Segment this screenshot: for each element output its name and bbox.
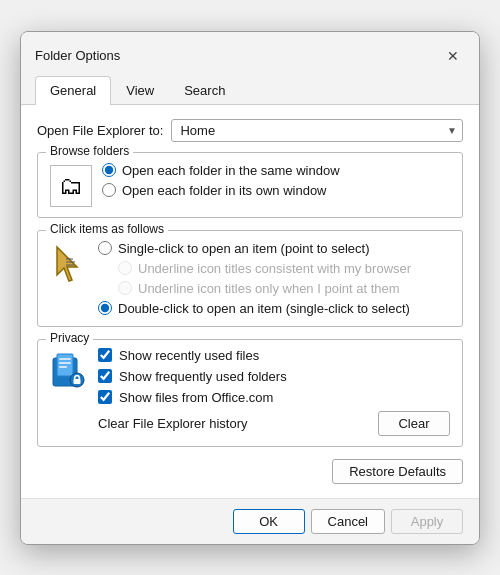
ok-button[interactable]: OK: [233, 509, 305, 534]
radio-single-click-label: Single-click to open an item (point to s…: [118, 241, 369, 256]
folder-icon: 🗂: [59, 172, 83, 200]
checkbox-recently-used-label: Show recently used files: [119, 348, 259, 363]
tabs-bar: General View Search: [21, 76, 479, 105]
cancel-button[interactable]: Cancel: [311, 509, 385, 534]
bottom-bar: OK Cancel Apply: [21, 498, 479, 544]
open-explorer-select-wrapper: Home This PC Quick access ▼: [171, 119, 463, 142]
browse-folders-label: Browse folders: [46, 144, 133, 158]
radio-same-window-label: Open each folder in the same window: [122, 163, 340, 178]
privacy-checkboxes: Show recently used files Show frequently…: [98, 348, 450, 436]
radio-underline-hover-label: Underline icon titles only when I point …: [138, 281, 400, 296]
radio-double-click[interactable]: Double-click to open an item (single-cli…: [98, 301, 411, 316]
tab-content-general: Open File Explorer to: Home This PC Quic…: [21, 105, 479, 498]
tab-general[interactable]: General: [35, 76, 111, 105]
folder-options-dialog: Folder Options ✕ General View Search Ope…: [20, 31, 480, 545]
dialog-title: Folder Options: [35, 48, 120, 63]
open-explorer-row: Open File Explorer to: Home This PC Quic…: [37, 119, 463, 142]
radio-own-window-label: Open each folder in its own window: [122, 183, 327, 198]
radio-underline-hover[interactable]: Underline icon titles only when I point …: [118, 281, 411, 296]
privacy-label: Privacy: [46, 331, 93, 345]
open-explorer-label: Open File Explorer to:: [37, 123, 163, 138]
radio-own-window[interactable]: Open each folder in its own window: [102, 183, 340, 198]
clear-history-label: Clear File Explorer history: [98, 416, 248, 431]
tab-search[interactable]: Search: [169, 76, 240, 105]
restore-defaults-button[interactable]: Restore Defaults: [332, 459, 463, 484]
browse-folders-group: Browse folders 🗂 Open each folder in the…: [37, 152, 463, 218]
click-items-label: Click items as follows: [46, 222, 168, 236]
radio-double-click-label: Double-click to open an item (single-cli…: [118, 301, 410, 316]
browse-folders-options: Open each folder in the same window Open…: [102, 163, 340, 198]
click-items-options: Single-click to open an item (point to s…: [98, 241, 411, 316]
radio-same-window[interactable]: Open each folder in the same window: [102, 163, 340, 178]
radio-single-click[interactable]: Single-click to open an item (point to s…: [98, 241, 411, 256]
close-button[interactable]: ✕: [439, 42, 467, 70]
svg-rect-5: [57, 354, 73, 376]
svg-marker-0: [57, 247, 77, 281]
privacy-group: Privacy: [37, 339, 463, 447]
clear-history-row: Clear File Explorer history Clear: [98, 411, 450, 436]
privacy-content: Show recently used files Show frequently…: [50, 348, 450, 436]
privacy-svg-icon: [51, 350, 87, 390]
clear-button[interactable]: Clear: [378, 411, 450, 436]
checkbox-frequently-used[interactable]: Show frequently used folders: [98, 369, 450, 384]
restore-defaults-row: Restore Defaults: [37, 459, 463, 484]
folder-icon-area: 🗂: [50, 165, 92, 207]
svg-rect-7: [59, 362, 71, 364]
checkbox-office-files[interactable]: Show files from Office.com: [98, 390, 450, 405]
cursor-icon-area: [50, 243, 88, 287]
tab-view[interactable]: View: [111, 76, 169, 105]
svg-rect-10: [74, 379, 81, 384]
radio-underline-browser[interactable]: Underline icon titles consistent with my…: [118, 261, 411, 276]
click-items-content: Single-click to open an item (point to s…: [50, 241, 450, 316]
checkbox-frequently-used-label: Show frequently used folders: [119, 369, 287, 384]
svg-rect-8: [59, 366, 67, 368]
cursor-svg-icon: [53, 245, 85, 285]
apply-button[interactable]: Apply: [391, 509, 463, 534]
open-explorer-select[interactable]: Home This PC Quick access: [171, 119, 463, 142]
browse-folders-content: 🗂 Open each folder in the same window Op…: [50, 163, 450, 207]
title-bar: Folder Options ✕: [21, 32, 479, 76]
checkbox-office-files-label: Show files from Office.com: [119, 390, 273, 405]
privacy-icon-area: [50, 348, 88, 392]
radio-underline-browser-label: Underline icon titles consistent with my…: [138, 261, 411, 276]
click-items-group: Click items as follows Single-click to o…: [37, 230, 463, 327]
checkbox-recently-used[interactable]: Show recently used files: [98, 348, 450, 363]
svg-rect-6: [59, 358, 71, 360]
